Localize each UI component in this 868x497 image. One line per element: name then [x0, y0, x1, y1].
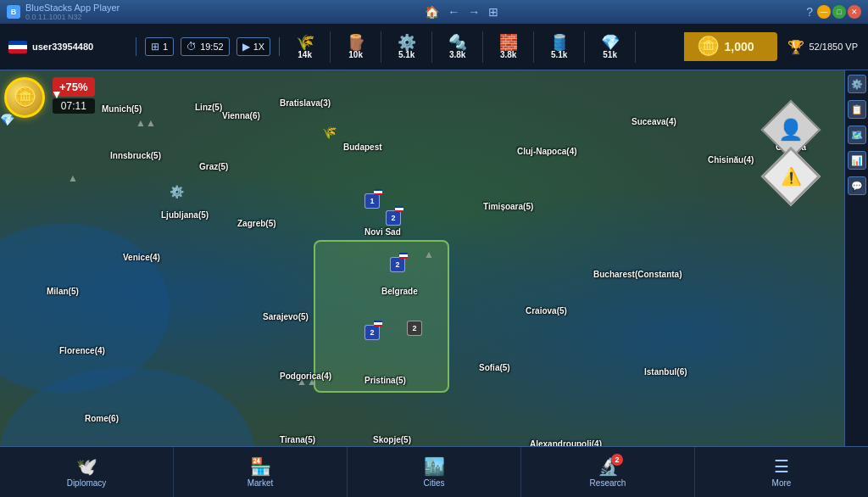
- nav-icon-4: ☰: [774, 456, 789, 477]
- resource-value-3: 3.8k: [449, 50, 465, 59]
- map-gold-icon[interactable]: 🪙: [4, 77, 45, 118]
- unit-marker-1[interactable]: 1: [364, 193, 380, 209]
- bottom-nav: 🕊️ Diplomacy 🏪 Market 🏙️ Cities 2 🔬 Rese…: [0, 446, 868, 497]
- resource-icon-1: 🪵: [347, 35, 365, 50]
- dropdown-arrow[interactable]: ▼: [51, 87, 63, 101]
- mountains-2: ▲: [68, 172, 78, 184]
- map-resource-wheat: 🌾: [322, 126, 337, 139]
- nav-item-cities[interactable]: 🏙️ Cities: [348, 447, 521, 497]
- nav-badge-3: 2: [611, 454, 623, 466]
- city-label-2: Bratislava(3): [280, 98, 331, 108]
- warning-icon: ⚠️: [781, 166, 802, 187]
- trophy-area: 🏆 52/1850 VP: [777, 39, 869, 55]
- map-resource-gear: ⚙️: [170, 185, 184, 198]
- city-label-5: Chisinău(4): [708, 155, 754, 165]
- city-label-15: Novi Sad: [364, 227, 401, 237]
- resource-item-1: 🪵 10k: [331, 31, 381, 63]
- titlebar-home-btn[interactable]: 🏠: [422, 5, 442, 19]
- map-canvas[interactable]: Munich(5)Linz(5)Bratislava(3)Vienna(6)Su…: [0, 70, 844, 446]
- gold-icon: 🪙: [697, 37, 720, 56]
- resource-item-0: 🌾 14k: [280, 31, 331, 63]
- unit-marker-3[interactable]: 2: [390, 257, 405, 272]
- map-content[interactable]: Munich(5)Linz(5)Bratislava(3)Vienna(6)Su…: [0, 70, 844, 446]
- sidebar-btn-4[interactable]: 💬: [848, 176, 866, 195]
- player-info: user33954480: [0, 41, 136, 53]
- speed-control[interactable]: ▶ 1X: [236, 37, 270, 56]
- city-label-25: Istanbul(6): [644, 367, 687, 377]
- city-label-1: Linz(5): [195, 103, 222, 112]
- trophy-value: 52/1850 VP: [810, 42, 859, 52]
- nav-item-market[interactable]: 🏪 Market: [174, 447, 348, 497]
- city-label-9: Budapest: [343, 142, 382, 152]
- player-name: user33954480: [32, 42, 93, 52]
- city-label-3: Vienna(6): [222, 111, 260, 120]
- titlebar-help-btn[interactable]: ?: [804, 5, 815, 19]
- window-close-btn[interactable]: ✕: [848, 5, 861, 19]
- unit-marker-4[interactable]: 2: [364, 325, 380, 340]
- mode-icon: ⊞: [151, 41, 159, 53]
- resource-value-2: 5.1k: [398, 50, 415, 59]
- titlebar-menu-btn[interactable]: ⊞: [486, 5, 501, 19]
- right-sidebar: ⚙️📋🗺️📊💬: [844, 70, 868, 446]
- gold-resource: 🪙 1,000: [684, 32, 777, 61]
- window-maximize-btn[interactable]: □: [832, 5, 846, 19]
- trophy-icon: 🏆: [787, 39, 804, 55]
- titlebar-forward-btn[interactable]: →: [465, 5, 482, 19]
- mode-control[interactable]: ⊞ 1: [145, 37, 174, 56]
- game-controls: ⊞ 1 ⏱ 19:52 ▶ 1X: [136, 37, 280, 56]
- nav-label-0: Diplomacy: [67, 478, 107, 488]
- nav-item-research[interactable]: 2 🔬 Research: [521, 447, 695, 497]
- titlebar-subtitle: 0.0.11.1001 N32: [25, 13, 120, 21]
- titlebar-controls: ? — □ ✕: [804, 5, 861, 19]
- resource-item-2: ⚙️ 5.1k: [381, 31, 432, 63]
- serbia-territory: [314, 240, 449, 393]
- resource-icon-5: 🛢️: [550, 35, 569, 50]
- city-label-17: Sarajevo(5): [263, 312, 309, 321]
- nav-label-3: Research: [590, 478, 626, 488]
- resource-item-6: 💎 51k: [585, 31, 636, 63]
- timer-control: ⏱ 19:52: [181, 37, 230, 56]
- resource-icon-4: 🧱: [499, 35, 518, 50]
- sidebar-btn-1[interactable]: 📋: [848, 100, 866, 119]
- city-label-4: Suceava(4): [632, 117, 676, 126]
- resource-value-0: 14k: [298, 50, 312, 59]
- resource-item-3: 🔩 3.8k: [432, 31, 483, 63]
- clock-icon: ⏱: [186, 41, 197, 53]
- avatar-icon: 👤: [771, 110, 810, 149]
- titlebar-back-btn[interactable]: ←: [445, 5, 462, 19]
- gold-value: 1,000: [725, 40, 754, 53]
- resources-bar: 🌾 14k 🪵 10k ⚙️ 5.1k 🔩 3.8k 🧱 3.8k 🛢️ 5.1…: [280, 31, 683, 63]
- titlebar-left: B BlueStacks App Player 0.0.11.1001 N32: [7, 3, 120, 21]
- titlebar-title: BlueStacks App Player: [25, 3, 120, 13]
- city-label-28: Tirana(5): [280, 435, 315, 444]
- city-label-19: Craiova(5): [526, 306, 567, 316]
- nav-label-2: Cities: [423, 478, 444, 488]
- titlebar-nav: 🏠 ← → ⊞: [422, 5, 501, 19]
- city-label-12: Zagreb(5): [237, 219, 276, 228]
- nav-icon-0: 🕊️: [76, 456, 97, 477]
- city-label-29: Skopje(5): [373, 435, 411, 444]
- unit-marker-2[interactable]: 2: [386, 210, 401, 226]
- timer-value: 19:52: [200, 42, 224, 52]
- city-label-13: Timișoara(5): [483, 202, 533, 211]
- sidebar-btn-2[interactable]: 🗺️: [848, 126, 866, 144]
- speed-icon: ▶: [242, 41, 250, 53]
- nav-item-more[interactable]: ☰ More: [695, 447, 868, 497]
- mountains-3: ▲▲: [297, 376, 317, 388]
- resource-icon-2: ⚙️: [398, 35, 416, 50]
- resource-item-4: 🧱 3.8k: [483, 31, 534, 63]
- resource-icon-0: 🌾: [296, 35, 314, 50]
- resource-item-5: 🛢️ 5.1k: [534, 31, 585, 63]
- resource-icon-6: 💎: [601, 35, 620, 50]
- bluestacks-logo: B: [7, 5, 20, 19]
- city-label-8: Graz(5): [199, 162, 228, 171]
- city-label-0: Munich(5): [102, 104, 142, 114]
- sidebar-btn-3[interactable]: 📊: [848, 151, 866, 170]
- warning-diamond[interactable]: ⚠️: [761, 147, 821, 207]
- sidebar-btn-0[interactable]: ⚙️: [848, 75, 866, 93]
- window-minimize-btn[interactable]: —: [817, 5, 831, 19]
- unit-marker-5[interactable]: 2: [407, 321, 422, 336]
- nav-item-diplomacy[interactable]: 🕊️ Diplomacy: [0, 447, 174, 497]
- resource-icon-3: 🔩: [448, 35, 467, 50]
- mountains-1: ▲▲: [136, 117, 156, 129]
